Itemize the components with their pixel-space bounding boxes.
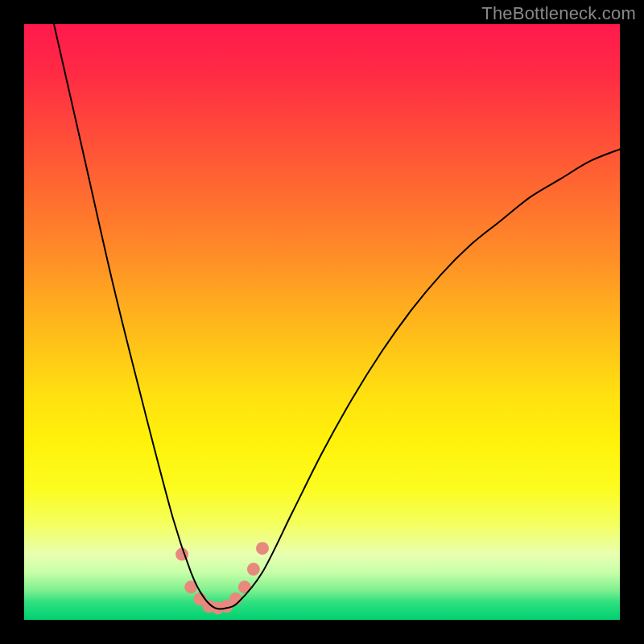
marker-dot: [229, 592, 242, 605]
marker-dot: [256, 542, 269, 555]
marker-dot: [247, 563, 260, 576]
bottleneck-curve: [54, 24, 620, 609]
chart-svg: [24, 24, 620, 620]
watermark-text: TheBottleneck.com: [481, 3, 636, 24]
highlight-markers: [175, 542, 269, 614]
chart-frame: TheBottleneck.com: [0, 0, 644, 644]
plot-area: [24, 24, 620, 620]
